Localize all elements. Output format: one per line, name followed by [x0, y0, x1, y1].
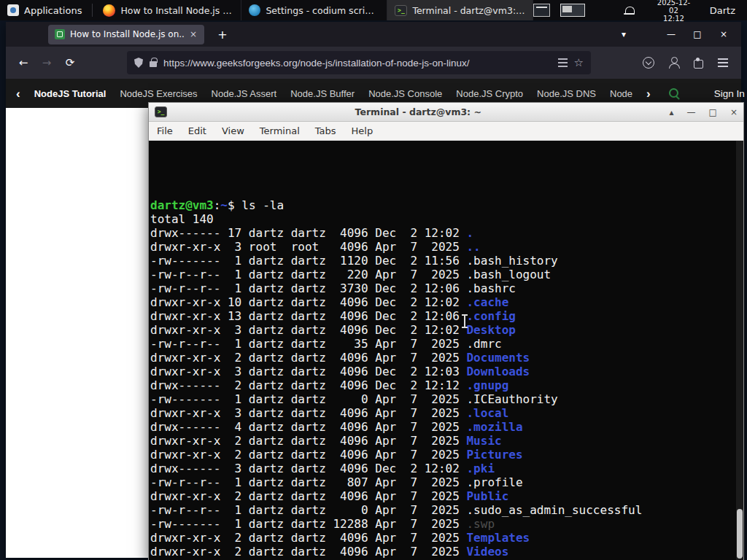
terminal-line: -rw-r--r-- 1 dartz dartz 0 Apr 7 2025 .s…	[150, 503, 742, 517]
terminal-line: -rw------- 1 dartz dartz 12288 Apr 7 202…	[150, 517, 742, 531]
forward-button[interactable]: →	[35, 52, 58, 74]
site-nav-item-exercises[interactable]: NodeJS Exercises	[120, 88, 197, 99]
site-nav-item-truncated[interactable]: Node	[610, 88, 632, 99]
sign-in-button[interactable]: Sign In	[714, 88, 745, 99]
menu-edit[interactable]: Edit	[188, 125, 206, 136]
window-close-button[interactable]: ×	[711, 29, 737, 39]
hamburger-menu-icon	[718, 58, 728, 67]
reader-mode-icon[interactable]	[558, 58, 568, 67]
terminal-line: drwx------ 17 dartz dartz 4096 Dec 2 12:…	[150, 226, 742, 240]
browser-toolbar: ← → ⟳ https://www.geeksforgeeks.org/node…	[6, 47, 741, 79]
account-button[interactable]	[661, 52, 686, 74]
tab-close-icon[interactable]: ×	[189, 29, 198, 39]
taskbar-item-label: Settings - codium script...	[266, 5, 379, 16]
nav-scroll-left-icon[interactable]: ‹	[16, 88, 20, 100]
site-nav-item-tutorial[interactable]: NodeJS Tutorial	[34, 88, 107, 99]
terminal-line: drwx------ 4 dartz dartz 4096 Apr 7 2025…	[150, 420, 742, 434]
site-nav-item-console[interactable]: Node.JS Console	[368, 88, 442, 99]
terminal-line: drwx------ 3 dartz dartz 4096 Dec 2 12:0…	[150, 462, 742, 475]
applications-icon	[7, 4, 19, 16]
tray-indicator-icon[interactable]	[533, 4, 550, 17]
terminal-line: drwxr-xr-x 2 dartz dartz 4096 Apr 7 2025…	[150, 489, 742, 503]
lock-icon[interactable]	[150, 61, 157, 67]
terminal-line: drwxr-xr-x 3 dartz dartz 4096 Dec 2 12:0…	[150, 365, 742, 378]
terminal-line: -rw-r--r-- 1 dartz dartz 3730 Dec 2 12:0…	[150, 281, 742, 295]
panel-tray: 2025-12-02 12:12 Dartz	[533, 0, 747, 23]
search-icon[interactable]	[668, 88, 681, 100]
applications-label: Applications	[24, 5, 82, 16]
terminal-line: dartz@vm3:~$ ls -la	[150, 198, 742, 212]
terminal-shade-button[interactable]: ▴	[670, 107, 674, 117]
terminal-window-controls: ▴ — □ ×	[670, 107, 738, 117]
applications-menu[interactable]: Applications	[0, 0, 89, 20]
terminal-line: drwxr-xr-x 2 dartz dartz 4096 Apr 7 2025…	[150, 531, 742, 545]
reload-button[interactable]: ⟳	[58, 52, 82, 74]
menu-file[interactable]: File	[157, 125, 173, 136]
terminal-line: -rw-r--r-- 1 dartz dartz 220 Apr 7 2025 …	[150, 268, 742, 281]
panel-clock[interactable]: 2025-12-02 12:12	[654, 0, 694, 23]
menu-terminal[interactable]: Terminal	[260, 125, 300, 136]
terminal-line: drwx------ 2 dartz dartz 4096 Dec 2 12:1…	[150, 378, 742, 392]
terminal-maximize-button[interactable]: □	[709, 107, 717, 117]
terminal-line: drwxr-xr-x 10 dartz dartz 4096 Dec 2 12:…	[150, 295, 742, 309]
menu-view[interactable]: View	[222, 125, 244, 136]
terminal-output[interactable]: dartz@vm3:~$ ls -latotal 140drwx------ 1…	[149, 141, 743, 560]
site-nav-right: › Sign In	[646, 88, 747, 100]
extensions-button[interactable]	[686, 52, 711, 74]
terminal-line: -rw-r--r-- 1 dartz dartz 35 Apr 7 2025 .…	[150, 337, 742, 351]
notifications-bell-icon[interactable]	[624, 7, 633, 15]
terminal-line: drwxr-xr-x 2 dartz dartz 4096 Apr 7 2025…	[150, 448, 742, 462]
taskbar-item-codium[interactable]: Settings - codium script...	[241, 0, 387, 20]
back-button[interactable]: ←	[12, 52, 35, 74]
taskbar-item-terminal[interactable]: >_ Terminal - dartz@vm3: ~	[387, 0, 533, 20]
nav-scroll-right-icon[interactable]: ›	[646, 88, 651, 100]
terminal-line: drwxr-xr-x 3 dartz dartz 4096 Apr 7 2025…	[150, 406, 742, 420]
terminal-close-button[interactable]: ×	[730, 107, 738, 117]
terminal-scrollbar-thumb[interactable]	[737, 509, 743, 559]
window-maximize-button[interactable]: □	[684, 29, 711, 39]
user-label: Dartz	[710, 5, 735, 16]
terminal-line: drwxr-xr-x 2 dartz dartz 4096 Apr 7 2025…	[150, 545, 742, 559]
terminal-titlebar[interactable]: >_ Terminal - dartz@vm3: ~ ▴ — □ ×	[149, 103, 743, 122]
list-all-tabs-icon[interactable]: ▾	[622, 29, 626, 39]
tab-favicon	[55, 29, 65, 39]
terminal-line: -rw------- 1 dartz dartz 0 Apr 7 2025 .I…	[150, 392, 742, 406]
new-tab-button[interactable]: +	[213, 28, 232, 42]
address-bar[interactable]: https://www.geeksforgeeks.org/node-js/in…	[127, 51, 591, 74]
text-cursor-ibeam	[464, 316, 465, 327]
menu-tabs[interactable]: Tabs	[315, 125, 336, 136]
tracking-shield-icon[interactable]	[134, 58, 143, 68]
terminal-icon: >_	[395, 5, 407, 16]
taskbar-item-label: How to Install Node.js o...	[120, 5, 233, 16]
taskbar-item-label: Terminal - dartz@vm3: ~	[412, 5, 525, 16]
bookmark-star-icon[interactable]: ☆	[574, 56, 584, 69]
pocket-icon	[643, 57, 654, 69]
codium-icon	[249, 4, 260, 16]
tabbar-right: ▾ — □ ×	[622, 29, 737, 39]
terminal-line: total 140	[150, 212, 742, 226]
site-nav-item-crypto[interactable]: Node.JS Crypto	[456, 88, 523, 99]
extensions-icon	[694, 60, 703, 69]
window-minimize-button[interactable]: —	[658, 29, 684, 39]
firefox-icon	[103, 4, 115, 17]
terminal-line: -rw------- 1 dartz dartz 1120 Dec 2 11:5…	[150, 254, 742, 268]
site-nav-item-buffer[interactable]: Node.JS Buffer	[290, 88, 355, 99]
taskbar-item-browser[interactable]: How to Install Node.js o...	[96, 0, 241, 20]
tab-title: How to Install Node.js on...	[70, 29, 184, 39]
terminal-scrollbar[interactable]	[736, 141, 743, 560]
terminal-minimize-button[interactable]: —	[687, 107, 696, 117]
site-nav-item-dns[interactable]: Node.JS DNS	[537, 88, 596, 99]
menu-button[interactable]	[711, 52, 735, 74]
site-nav-item-assert[interactable]: Node.JS Assert	[212, 88, 277, 99]
url-text[interactable]: https://www.geeksforgeeks.org/node-js/in…	[163, 58, 551, 69]
clock-time: 12:12	[654, 15, 694, 23]
menu-help[interactable]: Help	[352, 125, 374, 136]
terminal-line: drwxr-xr-x 3 dartz dartz 4096 Dec 2 12:0…	[150, 323, 742, 337]
account-icon	[667, 57, 679, 69]
browser-tab-bar: How to Install Node.js on... × + ▾ — □ ×	[6, 22, 741, 47]
workspace-switcher[interactable]	[560, 4, 585, 17]
terminal-menubar: File Edit View Terminal Tabs Help	[149, 122, 743, 141]
pocket-button[interactable]	[636, 52, 661, 74]
browser-tab[interactable]: How to Install Node.js on... ×	[48, 25, 204, 44]
terminal-line: drwxr-xr-x 2 dartz dartz 4096 Apr 7 2025…	[150, 434, 742, 448]
